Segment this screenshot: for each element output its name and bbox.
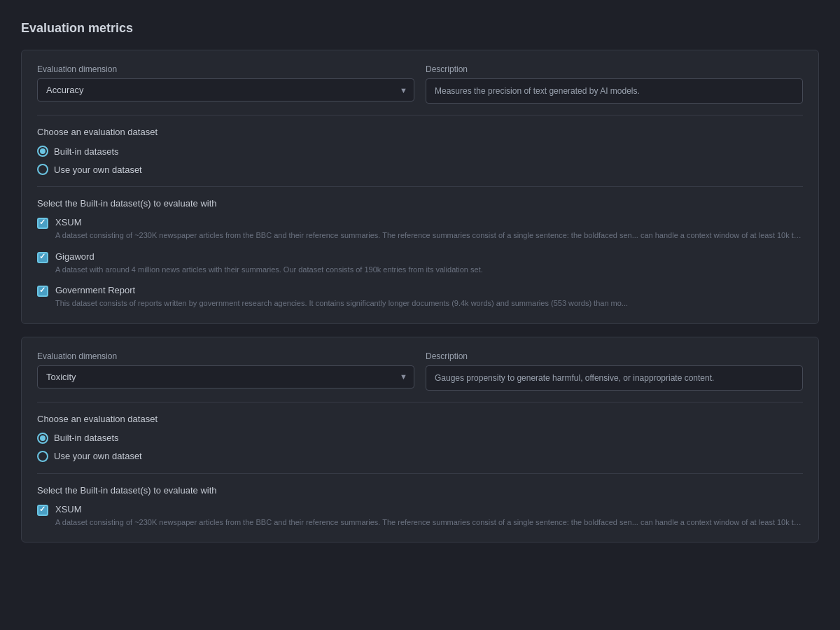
govreport-desc-1: This dataset consists of reports written… (55, 298, 803, 309)
checkbox-group-2: XSUM A dataset consisting of ~230K newsp… (37, 504, 803, 528)
xsum-desc-1: A dataset consisting of ~230K newspaper … (55, 230, 803, 241)
radio-builtin-1[interactable]: Built-in datasets (37, 146, 803, 157)
divider-1b (37, 186, 803, 187)
page-title: Evaluation metrics (21, 21, 819, 36)
gigaword-content-1: Gigaword A dataset with around 4 million… (55, 251, 803, 276)
radio-group-1: Built-in datasets Use your own dataset (37, 146, 803, 175)
gigaword-desc-1: A dataset with around 4 million news art… (55, 264, 803, 276)
eval-card-accuracy: Evaluation dimension Accuracy ▼ Descript… (21, 50, 819, 324)
dimension-select-2[interactable]: Toxicity (37, 365, 414, 388)
dimension-select-wrapper-1: Accuracy ▼ (37, 78, 414, 102)
xsum-title-1: XSUM (55, 217, 803, 227)
builtin-label-2: Select the Built-in dataset(s) to evalua… (37, 485, 803, 496)
govreport-title-1: Government Report (55, 285, 803, 295)
radio-builtin-2[interactable]: Built-in datasets (37, 433, 803, 444)
govreport-content-1: Government Report This dataset consists … (55, 285, 803, 309)
radio-own-input-1[interactable] (37, 164, 48, 175)
divider-2a (37, 402, 803, 402)
dataset-item-xsum-1: XSUM A dataset consisting of ~230K newsp… (37, 217, 803, 241)
dataset-choice-label-1: Choose an evaluation dataset (37, 127, 803, 137)
radio-builtin-input-1[interactable] (37, 146, 48, 157)
radio-group-2: Built-in datasets Use your own dataset (37, 433, 803, 462)
dimension-label-2: Evaluation dimension (37, 351, 414, 361)
description-label-1: Description (426, 64, 803, 74)
description-text-1: Measures the precision of text generated… (426, 78, 803, 104)
radio-builtin-label-2: Built-in datasets (54, 433, 119, 443)
checkbox-xsum-2[interactable] (37, 505, 48, 516)
radio-own-input-2[interactable] (37, 451, 48, 462)
divider-1a (37, 115, 803, 115)
dataset-item-gigaword-1: Gigaword A dataset with around 4 million… (37, 251, 803, 276)
radio-builtin-input-2[interactable] (37, 433, 48, 444)
gigaword-title-1: Gigaword (55, 251, 803, 262)
dataset-item-xsum-2: XSUM A dataset consisting of ~230K newsp… (37, 504, 803, 528)
radio-own-label-1: Use your own dataset (54, 164, 142, 175)
dataset-choice-label-2: Choose an evaluation dataset (37, 414, 803, 424)
description-text-2: Gauges propensity to generate harmful, o… (426, 365, 803, 391)
eval-card-toxicity: Evaluation dimension Toxicity ▼ Descript… (21, 337, 819, 543)
radio-own-1[interactable]: Use your own dataset (37, 164, 803, 175)
description-label-2: Description (426, 351, 803, 361)
radio-builtin-label-1: Built-in datasets (54, 146, 119, 157)
xsum-title-2: XSUM (55, 504, 803, 514)
builtin-label-1: Select the Built-in dataset(s) to evalua… (37, 198, 803, 209)
dimension-label-1: Evaluation dimension (37, 64, 414, 74)
radio-own-2[interactable]: Use your own dataset (37, 451, 803, 462)
divider-2b (37, 473, 803, 474)
checkbox-xsum-1[interactable] (37, 218, 48, 229)
xsum-content-1: XSUM A dataset consisting of ~230K newsp… (55, 217, 803, 241)
xsum-desc-2: A dataset consisting of ~230K newspaper … (55, 517, 803, 528)
dimension-select-wrapper-2: Toxicity ▼ (37, 365, 414, 388)
xsum-content-2: XSUM A dataset consisting of ~230K newsp… (55, 504, 803, 528)
checkbox-gigaword-1[interactable] (37, 252, 48, 263)
dimension-select-1[interactable]: Accuracy (37, 78, 414, 102)
radio-own-label-2: Use your own dataset (54, 451, 142, 461)
checkbox-group-1: XSUM A dataset consisting of ~230K newsp… (37, 217, 803, 309)
dataset-item-govreport-1: Government Report This dataset consists … (37, 285, 803, 309)
checkbox-govreport-1[interactable] (37, 286, 48, 297)
